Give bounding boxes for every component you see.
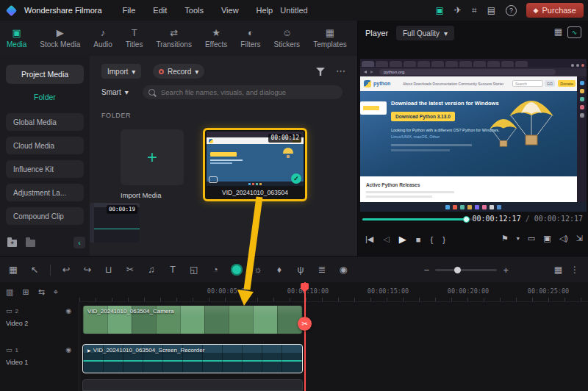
timeline-clip-screen-recorder[interactable]: ▶ VID_20241010_063504_Screen_Recorder [82,344,303,373]
tab-stickers[interactable]: ☺ Stickers [268,21,307,56]
share-icon[interactable]: ✈ [454,5,462,15]
delete-icon[interactable]: ⊔ [103,265,115,275]
transitions-icon: ⇄ [170,28,178,37]
tab-media[interactable]: ▣ Media [0,21,33,56]
add-text-icon[interactable]: T [167,265,179,275]
gift-icon[interactable]: ▣ [435,5,443,15]
preview-video[interactable]: python.org python About Downloads Docume… [360,59,587,212]
track-header-video1: ▭ 1 ◉ Video 1 [0,344,79,375]
sidebar-item-cloud-media[interactable]: Cloud Media [6,137,84,154]
sidebar-item-project-media[interactable]: Project Media [6,65,84,84]
volume-icon[interactable]: ◁) [559,234,568,243]
chroma-key-icon[interactable]: ◉ [337,265,349,275]
marker-flag-icon[interactable]: ⚑ [501,234,509,243]
select-tool-icon[interactable]: ↖ [29,265,40,275]
tab-transitions[interactable]: ⇄ Transitions [149,21,198,56]
help-icon[interactable]: ? [506,5,517,16]
manage-tracks-icon[interactable]: ▥ [6,287,13,297]
menu-tools[interactable]: Tools [184,6,204,15]
purchase-button[interactable]: ◆ Purchase [526,3,584,18]
slider-handle[interactable] [463,216,470,223]
chevron-down-icon[interactable]: ▾ [517,235,520,242]
tab-titles[interactable]: T Titles [119,21,150,56]
media-search-input[interactable] [159,87,337,97]
smart-cut-button[interactable] [231,264,243,276]
more-options-icon[interactable]: ⋮ [570,265,579,274]
speed-icon[interactable]: ◔ [209,265,221,275]
layout-grid-icon[interactable]: ▦ [554,27,562,36]
tab-audio[interactable]: ♪ Audio [87,21,119,56]
play-icon: ▶ [87,348,91,353]
import-media-tile[interactable]: + [121,129,184,185]
quality-dropdown[interactable]: Full Quality ▾ [396,26,454,40]
stop-button[interactable]: ■ [416,235,421,244]
add-track-icon[interactable]: ⊞ [22,287,29,297]
playback-slider[interactable] [362,216,473,223]
devices-icon[interactable]: ▤ [487,5,495,15]
snap-icon[interactable]: ⌖ [54,287,58,297]
selected-media-card[interactable]: 00:00:12 ✓ VID_20241010_063504 [203,128,307,201]
crop-icon[interactable]: ◱ [188,265,200,275]
app-brand: Wondershare Filmora [24,6,102,15]
sidebar-item-compound-clip[interactable]: Compound Clip [6,207,84,225]
skip-back-button[interactable]: |◀ [365,234,373,244]
fullscreen-icon[interactable]: ⇲ [576,234,583,243]
menu-edit[interactable]: Edit [153,6,167,15]
tab-stock-media[interactable]: ▶ Stock Media [33,21,87,56]
track-visibility-icon[interactable]: ◉ [65,346,71,354]
timeline-ruler[interactable]: 00:00:05:00 00:00:10:00 00:00:15:00 00:0… [79,282,588,302]
rearrange-icon[interactable]: ⇆ [38,287,45,297]
cut-scissors-button[interactable]: ✂ [298,317,312,331]
mark-in-button[interactable]: { [430,235,433,244]
tab-filters[interactable]: ◐ Filters [234,21,267,56]
sidebar-item-global-media[interactable]: Global Media [6,113,84,131]
python-search-box: Search [512,80,543,87]
mark-out-button[interactable]: } [442,235,445,244]
split-scissors-icon[interactable]: ✂ [124,265,136,275]
record-dropdown[interactable]: Record ▾ [153,64,204,79]
snapshot-camera-icon[interactable]: ▣ [543,234,551,243]
timeline-clip-partial[interactable] [82,379,303,391]
color-adjust-icon[interactable]: ☼ [252,265,264,275]
voiceover-mic-icon[interactable]: ψ [295,265,306,275]
track-label: Video 1 [6,359,28,366]
mask-icon[interactable]: ♦ [273,265,285,275]
new-folder-icon[interactable]: + [7,240,17,247]
track-manager-icon[interactable]: ▦ [554,265,562,274]
tab-effects[interactable]: ★ Effects [198,21,234,56]
sidebar-item-influence-kit[interactable]: Influence Kit [6,160,84,178]
scopes-icon[interactable]: ∿ [567,26,581,38]
layout-panels-icon[interactable]: ▦ [7,265,19,275]
filter-icon[interactable] [316,68,325,76]
playhead-line[interactable] [304,282,306,391]
play-reverse-button[interactable]: ◁ [383,234,389,244]
sidebar-item-adjustment-layer[interactable]: Adjustment La... [6,184,84,201]
undo-icon[interactable]: ↩ [60,265,72,275]
zoom-slider[interactable] [435,269,497,271]
redo-icon[interactable]: ↪ [82,265,93,275]
track-screen-icon[interactable]: ▭ [6,307,12,315]
track-screen-icon[interactable]: ▭ [6,346,12,354]
menu-help[interactable]: Help [257,6,273,15]
camera-icon [209,176,218,183]
timeline-clip-camera[interactable]: VID_20241010_063504_Camera [82,305,303,334]
menu-view[interactable]: View [221,6,239,15]
smart-filter-dropdown[interactable]: Smart ▾ [101,88,129,96]
tab-templates[interactable]: ▦ Templates [306,21,354,56]
sidebar-item-folder[interactable]: Folder [0,93,90,101]
import-dropdown[interactable]: Import ▾ [101,64,141,79]
menu-file[interactable]: File [123,6,136,15]
zoom-slider-handle[interactable] [454,267,461,273]
display-mode-icon[interactable]: ▭ [528,234,535,243]
add-audio-icon[interactable]: ♫ [146,265,157,275]
zoom-out-icon[interactable]: − [424,265,430,276]
collapse-sidebar-button[interactable]: ‹ [74,237,85,248]
play-button[interactable]: ▶ [399,234,406,245]
audio-mixer-icon[interactable]: ≣ [316,265,328,275]
folder-icon[interactable] [26,240,35,247]
zoom-in-icon[interactable]: + [503,265,509,276]
more-options-icon[interactable]: ⋯ [336,66,345,76]
screen-capture-icon[interactable]: ⌗ [472,5,477,15]
media-card-screen-record[interactable]: 00:00:19 [90,203,140,243]
download-popup [360,101,387,115]
